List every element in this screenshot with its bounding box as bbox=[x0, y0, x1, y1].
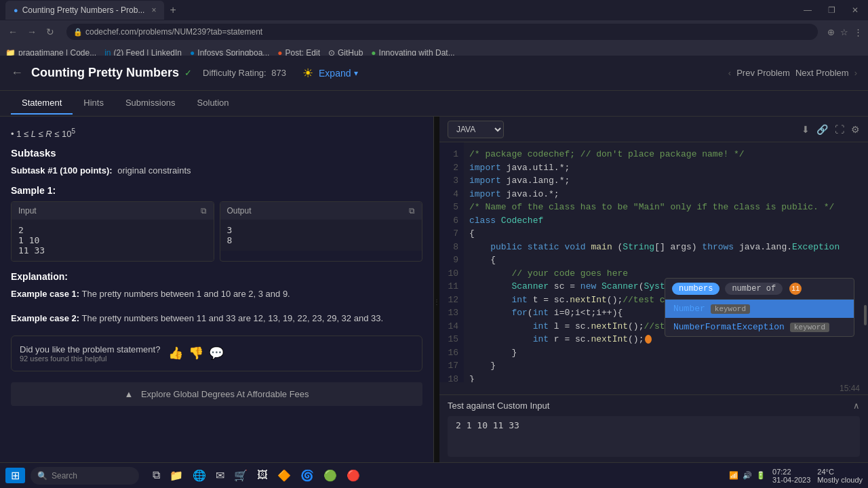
photos-icon[interactable]: 🖼 bbox=[254, 466, 271, 485]
volume-icon[interactable]: 🔊 bbox=[743, 471, 752, 480]
app-container: ← Counting Pretty Numbers ✓ Difficulty R… bbox=[0, 56, 868, 488]
browser-menu-icon[interactable]: ⋮ bbox=[854, 27, 863, 37]
window-controls: — ❐ ✕ bbox=[800, 4, 863, 16]
output-header: Output ⧉ bbox=[220, 202, 422, 220]
share-btn[interactable]: 🔗 bbox=[816, 124, 828, 135]
new-tab-btn[interactable]: + bbox=[170, 4, 176, 16]
minimize-btn[interactable]: — bbox=[800, 4, 816, 16]
input-body: 2 1 10 11 33 bbox=[12, 220, 214, 261]
maximize-btn[interactable]: ❐ bbox=[824, 4, 840, 16]
browser-chrome: ● Counting Pretty Numbers - Prob... × + … bbox=[0, 0, 868, 56]
output-body: 3 8 bbox=[220, 220, 422, 251]
back-nav-btn[interactable]: ← bbox=[5, 25, 20, 39]
tab-solution[interactable]: Solution bbox=[186, 92, 240, 115]
extensions-icon[interactable]: ⊕ bbox=[827, 27, 835, 37]
tab-submissions[interactable]: Submissions bbox=[115, 92, 186, 115]
code-line-1: /* package codechef; // don't place pack… bbox=[469, 148, 863, 161]
left-panel: • 1 ≤ L ≤ R ≤ 105 Subtasks Subtask #1 (1… bbox=[0, 117, 434, 488]
code-line-18: } bbox=[469, 346, 863, 360]
scroll-indicator bbox=[864, 305, 867, 325]
ac-item-numberformatexception[interactable]: NumberFormatException keyword bbox=[665, 318, 854, 336]
copy-input-btn[interactable]: ⧉ bbox=[201, 206, 207, 216]
address-bar[interactable]: 🔒 codechef.com/problems/NUM239?tab=state… bbox=[66, 24, 818, 40]
tab-close-btn[interactable]: × bbox=[151, 5, 156, 15]
feedback-icons: 👍 👎 💬 bbox=[168, 346, 224, 361]
start-button[interactable]: ⊞ bbox=[5, 468, 25, 483]
code-line-9: { bbox=[469, 227, 863, 241]
taskbar-right: 📶 🔊 🔋 07:22 31-04-2023 24°C Mostly cloud… bbox=[729, 468, 863, 484]
lock-icon: 🔒 bbox=[73, 28, 83, 37]
next-problem-btn[interactable]: Next Problem bbox=[795, 68, 849, 78]
prev-problem-btn[interactable]: Prev Problem bbox=[736, 68, 790, 78]
taskbar-search[interactable]: 🔍 Search bbox=[31, 467, 139, 485]
solved-check-icon: ✓ bbox=[184, 68, 192, 78]
copy-output-btn[interactable]: ⧉ bbox=[409, 206, 415, 216]
comment-btn[interactable]: 💬 bbox=[209, 346, 224, 361]
battery-icon[interactable]: 🔋 bbox=[756, 471, 766, 480]
subtask1-label: Subtask #1 (100 points): original constr… bbox=[11, 165, 422, 176]
ac-tag-number-of[interactable]: number of bbox=[725, 283, 783, 295]
store-icon[interactable]: 🛒 bbox=[231, 466, 250, 485]
browser-taskbar-icon[interactable]: 🌐 bbox=[190, 466, 209, 485]
taskbar: ⊞ 🔍 Search ⧉ 📁 🌐 ✉ 🛒 🖼 🔶 🌀 🟢 🔴 📶 🔊 🔋 07:… bbox=[0, 462, 868, 488]
download-btn[interactable]: ⬇ bbox=[802, 124, 810, 135]
weather-temp: 24°C bbox=[817, 468, 863, 476]
example1-text: Example case 1: The pretty numbers betwe… bbox=[11, 287, 422, 302]
custom-input-body[interactable]: 2 1 10 11 33 bbox=[448, 416, 860, 457]
app-icon-4[interactable]: 🔴 bbox=[344, 466, 363, 485]
weather-widget: 24°C Mostly cloudy bbox=[817, 468, 863, 484]
explanation-section: Explanation: Example case 1: The pretty … bbox=[11, 271, 422, 326]
tab-statement[interactable]: Statement bbox=[11, 92, 73, 115]
ac-nfe-badge: keyword bbox=[790, 323, 829, 332]
panel-splitter[interactable]: ⋮ bbox=[434, 117, 439, 488]
feedback-count: 92 users found this helpful bbox=[20, 354, 160, 363]
app-icon-2[interactable]: 🌀 bbox=[298, 466, 317, 485]
problem-title: Counting Pretty Numbers bbox=[31, 66, 179, 80]
code-line-4: import java.lang.*; bbox=[469, 174, 863, 188]
expand-button[interactable]: Expand bbox=[319, 68, 351, 79]
taskbar-pinned-apps: ⧉ 📁 🌐 ✉ 🛒 🖼 🔶 🌀 🟢 🔴 bbox=[150, 466, 363, 485]
editor-header: JAVA C++ Python3 ⬇ 🔗 ⛶ ⚙ bbox=[439, 117, 868, 142]
ac-nfe-text: NumberFormatException bbox=[673, 322, 785, 332]
ac-tag-numbers[interactable]: numbers bbox=[672, 283, 719, 295]
app-icon-3[interactable]: 🟢 bbox=[321, 466, 340, 485]
reload-btn[interactable]: ↻ bbox=[43, 25, 57, 39]
bookmark-icon[interactable]: ☆ bbox=[840, 27, 848, 37]
thumbsdown-btn[interactable]: 👎 bbox=[189, 346, 203, 361]
clock[interactable]: 07:22 31-04-2023 bbox=[772, 468, 810, 484]
taskview-icon[interactable]: ⧉ bbox=[150, 466, 163, 485]
code-line-7: /* Name of the class has to be "Main" on… bbox=[469, 201, 863, 214]
wifi-icon[interactable]: 📶 bbox=[729, 471, 738, 480]
feedback-section: Did you like the problem statement? 92 u… bbox=[11, 336, 422, 371]
expand-arrow-icon[interactable]: ▾ bbox=[354, 68, 358, 78]
nav-bar: ← → ↻ 🔒 codechef.com/problems/NUM239?tab… bbox=[0, 20, 868, 43]
subtasks-section: Subtasks Subtask #1 (100 points): origin… bbox=[11, 147, 422, 176]
settings-btn[interactable]: ⚙ bbox=[851, 124, 860, 135]
tab-hints[interactable]: Hints bbox=[73, 92, 115, 115]
code-content[interactable]: /* package codechef; // don't place pack… bbox=[464, 142, 868, 382]
theme-sun-icon[interactable]: ☀ bbox=[302, 66, 313, 81]
fullscreen-btn[interactable]: ⛶ bbox=[835, 124, 844, 135]
custom-input-header[interactable]: Test against Custom Input ∧ bbox=[439, 395, 868, 416]
ac-count-badge: 11 bbox=[789, 283, 802, 295]
file-explorer-icon[interactable]: 📁 bbox=[167, 466, 186, 485]
forward-nav-btn[interactable]: → bbox=[24, 25, 39, 39]
custom-input-title: Test against Custom Input bbox=[448, 401, 549, 411]
sample-title: Sample 1: bbox=[11, 185, 422, 196]
app-icon-1[interactable]: 🔶 bbox=[275, 466, 294, 485]
custom-input-collapse-icon[interactable]: ∧ bbox=[853, 401, 860, 411]
clock-date: 31-04-2023 bbox=[772, 476, 810, 484]
browser-tab[interactable]: ● Counting Pretty Numbers - Prob... × bbox=[5, 1, 164, 20]
code-editor[interactable]: 1 2 3 4 5 6 7 8 9 10 11 12 13 14 bbox=[439, 142, 868, 382]
thumbsup-btn[interactable]: 👍 bbox=[168, 346, 183, 361]
browser-actions: ⊕ ☆ ⋮ bbox=[827, 27, 863, 37]
language-select[interactable]: JAVA C++ Python3 bbox=[448, 121, 504, 138]
close-btn[interactable]: ✕ bbox=[848, 4, 863, 16]
sample-section: Sample 1: Input ⧉ 2 1 10 11 33 Output ⧉ bbox=[11, 185, 422, 262]
code-line-3: import java.util.*; bbox=[469, 161, 863, 175]
title-bar: ● Counting Pretty Numbers - Prob... × + … bbox=[0, 0, 868, 20]
ac-item-number[interactable]: Number keyword bbox=[665, 300, 854, 318]
difficulty-label: Difficulty Rating: 873 bbox=[203, 68, 286, 78]
mail-icon[interactable]: ✉ bbox=[213, 466, 227, 485]
back-button[interactable]: ← bbox=[11, 66, 23, 80]
